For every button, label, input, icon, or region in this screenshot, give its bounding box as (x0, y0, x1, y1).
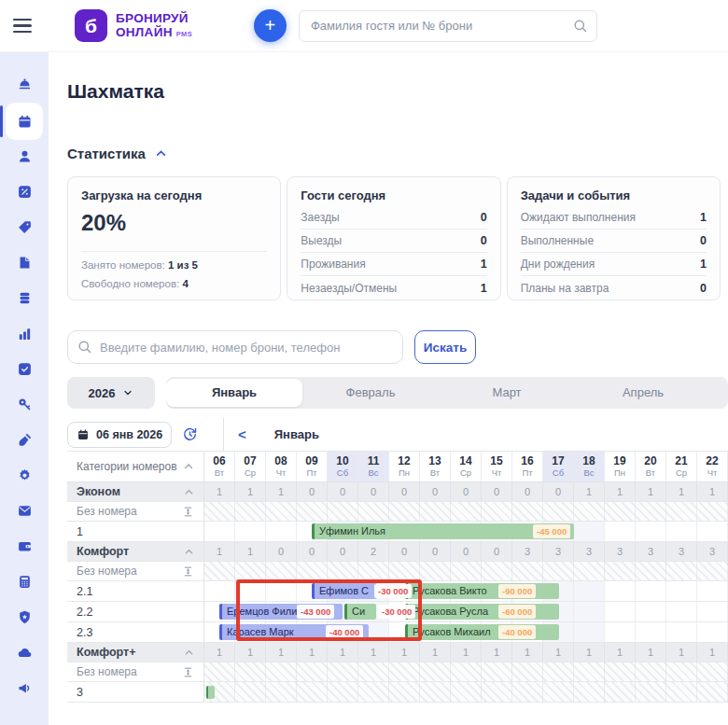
grid-cell[interactable] (636, 682, 666, 702)
grid-cell[interactable] (482, 662, 512, 681)
year-dropdown[interactable]: 2026 (67, 377, 155, 409)
tab-january[interactable]: Январь (166, 379, 302, 407)
grid-cell[interactable] (636, 622, 666, 642)
grid-cell[interactable] (666, 502, 697, 521)
date-picker[interactable]: 06 янв 2026 (67, 422, 172, 448)
grid-cell[interactable] (666, 562, 697, 580)
grid-cell[interactable] (512, 662, 543, 681)
grid-cell[interactable] (636, 581, 666, 601)
grid-cell[interactable] (389, 502, 420, 521)
header-search-input[interactable] (299, 10, 597, 42)
grid-cell[interactable] (666, 581, 697, 601)
booking-bar[interactable]: Си (344, 604, 376, 620)
grid-cell[interactable] (697, 662, 728, 681)
grid-cell[interactable] (420, 662, 451, 681)
sidebar-item-cloud[interactable] (6, 634, 43, 670)
sidebar-item-calendar[interactable] (6, 103, 43, 140)
sidebar-item-settings[interactable] (6, 457, 43, 493)
grid-cell[interactable] (266, 662, 297, 681)
tab-april[interactable]: Апрель (575, 377, 711, 409)
grid-cell[interactable] (697, 602, 728, 621)
grid-cell[interactable] (235, 682, 266, 702)
grid-cell[interactable] (574, 622, 605, 642)
sidebar-item-tasks[interactable] (6, 351, 43, 386)
grid-cell[interactable] (697, 682, 728, 702)
grid-cell[interactable] (358, 562, 389, 580)
sidebar-item-tags[interactable] (6, 209, 43, 244)
sidebar-item-guests[interactable] (6, 138, 43, 174)
grid-cell[interactable] (636, 502, 666, 521)
grid-cell[interactable] (697, 522, 728, 541)
expand-rooms-icon[interactable] (182, 506, 194, 518)
sidebar-item-discounts[interactable] (6, 174, 43, 209)
grid-cell[interactable] (235, 562, 266, 580)
grid-cell[interactable] (512, 562, 543, 580)
grid-cell[interactable] (297, 562, 328, 580)
menu-icon[interactable] (13, 19, 32, 34)
grid-cell[interactable] (420, 502, 451, 521)
grid-cell[interactable] (358, 662, 389, 681)
grid-cell[interactable] (666, 662, 697, 681)
grid-cell[interactable] (574, 502, 605, 521)
grid-cell[interactable] (666, 522, 697, 541)
grid-cell[interactable] (266, 562, 297, 580)
grid-cell[interactable] (697, 562, 728, 580)
grid-cell[interactable] (297, 662, 328, 681)
grid-cell[interactable] (605, 602, 636, 621)
grid-cell[interactable] (389, 682, 420, 702)
booking-bar[interactable] (206, 686, 215, 699)
grid-cell[interactable] (266, 682, 297, 702)
tab-march[interactable]: Март (439, 377, 575, 409)
grid-cell[interactable] (636, 522, 666, 541)
grid-cell[interactable] (328, 562, 358, 580)
grid-cell[interactable] (574, 662, 605, 681)
reset-date-icon[interactable] (182, 426, 198, 442)
grid-cell[interactable] (605, 662, 636, 681)
booking-bar[interactable]: Русакова Викто (405, 583, 559, 599)
sidebar-item-housekeeping[interactable] (6, 422, 43, 457)
grid-cell[interactable] (451, 562, 482, 580)
grid-cell[interactable] (235, 581, 266, 601)
grid-cell[interactable] (451, 502, 482, 521)
grid-cell[interactable] (297, 682, 328, 702)
booking-search-input[interactable] (67, 330, 403, 364)
grid-cell[interactable] (543, 562, 574, 580)
grid-cell[interactable] (204, 581, 235, 601)
expand-rooms-icon[interactable] (182, 666, 194, 678)
tab-february[interactable]: Февраль (302, 377, 439, 409)
grid-cell[interactable] (389, 562, 420, 580)
grid-cell[interactable] (697, 622, 728, 642)
grid-cell[interactable] (204, 662, 235, 681)
grid-cell[interactable] (451, 682, 482, 702)
grid-cell[interactable] (543, 502, 574, 521)
grid-cell[interactable] (358, 502, 389, 521)
grid-cell[interactable] (605, 502, 636, 521)
sidebar-item-wallet[interactable] (6, 528, 43, 564)
grid-cell[interactable] (605, 622, 636, 642)
grid-cell[interactable] (636, 602, 666, 621)
chevron-up-icon[interactable] (184, 487, 194, 497)
chevron-up-icon[interactable] (183, 461, 194, 472)
grid-cell[interactable] (482, 502, 512, 521)
grid-cell[interactable] (420, 682, 451, 702)
stats-section-toggle[interactable]: Статистика (67, 146, 728, 161)
create-booking-button[interactable]: + (254, 9, 287, 42)
grid-cell[interactable] (482, 562, 512, 580)
grid-cell[interactable] (574, 562, 605, 580)
sidebar-item-accounting[interactable] (6, 564, 43, 599)
grid-cell[interactable] (666, 602, 697, 621)
expand-rooms-icon[interactable] (182, 565, 194, 578)
grid-cell[interactable] (605, 581, 636, 601)
sidebar-item-finance[interactable] (6, 280, 43, 315)
grid-cell[interactable] (266, 581, 297, 601)
grid-cell[interactable] (204, 522, 235, 541)
grid-cell[interactable] (328, 682, 358, 702)
grid-cell[interactable] (636, 662, 666, 681)
grid-cell[interactable] (204, 562, 235, 580)
grid-cell[interactable] (266, 522, 297, 541)
grid-cell[interactable] (328, 502, 358, 521)
chevron-up-icon[interactable] (184, 648, 194, 658)
grid-cell[interactable] (451, 662, 482, 681)
sidebar-item-inbox[interactable] (6, 493, 43, 528)
grid-cell[interactable] (574, 682, 605, 702)
